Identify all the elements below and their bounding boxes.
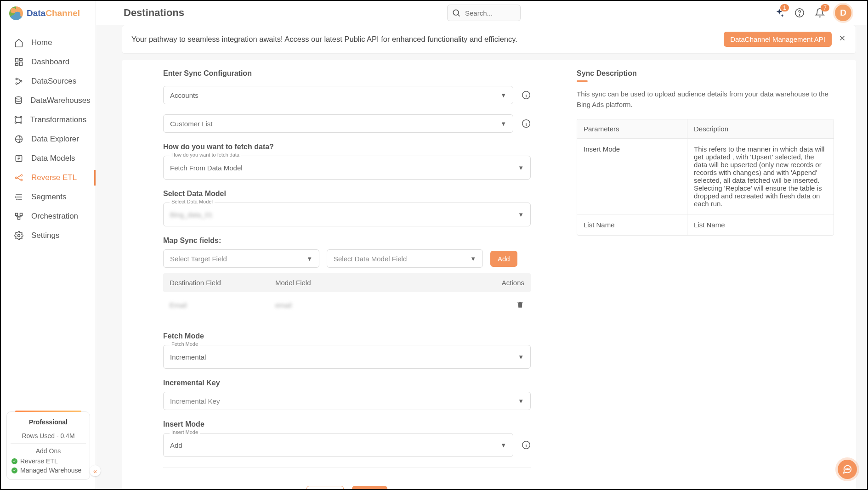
sync-desc-text: This sync can be used to upload audience… <box>577 89 834 110</box>
fetch-mode-select[interactable]: Incremental ▼ <box>163 345 531 369</box>
select-value: Customer List <box>170 120 213 128</box>
plan-rows-used: Rows Used - 0.4M <box>11 428 86 444</box>
info-icon[interactable] <box>522 119 531 128</box>
sync-desc-title: Sync Description <box>577 69 834 78</box>
param-desc: This refers to the manner in which data … <box>687 139 834 214</box>
nav-settings[interactable]: Settings <box>1 226 96 245</box>
promo-banner: Your pathway to seamless integration awa… <box>122 25 856 54</box>
logo[interactable]: DataChannel <box>1 1 96 26</box>
param-header: Parameters Description <box>577 119 834 139</box>
nav-home[interactable]: Home <box>1 33 96 52</box>
info-icon[interactable] <box>522 90 531 100</box>
model-field-select[interactable]: Select Data Model Field ▼ <box>327 249 483 268</box>
next-button[interactable]: Next <box>352 486 387 489</box>
data-model-select[interactable]: Bing_data_01 ▼ <box>163 203 531 226</box>
svg-point-8 <box>15 117 17 118</box>
nav-label: Orchestration <box>31 212 78 221</box>
nav-dashboard[interactable]: Dashboard <box>1 52 96 72</box>
delete-mapping-button[interactable] <box>516 302 524 310</box>
warehouse-icon <box>14 96 23 106</box>
nav-datawarehouses[interactable]: DataWarehouses <box>1 91 96 110</box>
param-th-desc: Description <box>687 119 834 138</box>
select-data-model-heading: Select Data Model <box>163 190 531 198</box>
chevron-down-icon: ▼ <box>306 255 312 262</box>
accounts-select[interactable]: Accounts ▼ <box>163 86 513 104</box>
svg-point-7 <box>15 97 21 99</box>
svg-rect-21 <box>18 217 20 220</box>
sync-description-panel: Sync Description This sync can be used t… <box>577 69 834 489</box>
explorer-icon <box>14 134 24 144</box>
nav-transformations[interactable]: Transformations <box>1 110 96 130</box>
param-name: Insert Mode <box>577 139 687 214</box>
target-field-select[interactable]: Select Target Field ▼ <box>163 249 319 268</box>
svg-rect-20 <box>20 213 23 215</box>
nav-reverse-etl[interactable]: Reverse ETL <box>1 168 96 187</box>
sidebar: DataChannel Home Dashboard DataSources D… <box>1 1 96 489</box>
main-nav: Home Dashboard DataSources DataWarehouse… <box>1 26 96 408</box>
check-icon: ✓ <box>11 458 17 464</box>
svg-point-5 <box>16 83 17 84</box>
svg-point-22 <box>18 235 20 237</box>
plan-title: Professional <box>7 416 90 428</box>
th-destination: Destination Field <box>170 279 275 287</box>
nav-data-models[interactable]: Data Models <box>1 149 96 168</box>
ai-sparkle-button[interactable]: 1 <box>774 8 784 18</box>
banner-close-button[interactable] <box>838 34 846 45</box>
add-mapping-button[interactable]: Add <box>490 251 517 267</box>
addon-label: Reverse ETL <box>20 457 58 465</box>
svg-point-18 <box>17 199 17 200</box>
nav-segments[interactable]: Segments <box>1 187 96 207</box>
param-row: List Name List Name <box>577 214 834 235</box>
select-value: Incremental <box>170 353 206 361</box>
customer-list-select[interactable]: Customer List ▼ <box>163 114 513 133</box>
nav-label: Reverse ETL <box>31 173 77 182</box>
user-avatar[interactable]: D <box>835 5 851 21</box>
sidebar-collapse-button[interactable]: « <box>90 465 101 476</box>
svg-point-25 <box>799 15 800 15</box>
banner-cta-button[interactable]: DataChannel Management API <box>724 32 832 47</box>
svg-point-30 <box>847 469 848 470</box>
addon-label: Managed Warehouse <box>20 467 81 474</box>
chevron-down-icon: ▼ <box>500 120 506 127</box>
bell-badge: 7 <box>821 4 829 11</box>
plan-addons-title: Add Ons <box>7 444 90 456</box>
dashboard-icon <box>14 57 24 67</box>
fetchmode-floating-label: Fetch Mode <box>170 341 200 347</box>
insertmode-floating-label: Insert Mode <box>170 429 200 435</box>
nav-orchestration[interactable]: Orchestration <box>1 207 96 226</box>
plan-addon: ✓ Reverse ETL <box>7 456 90 466</box>
check-icon: ✓ <box>11 467 17 473</box>
nav-label: DataWarehouses <box>30 96 91 105</box>
datamodel-floating-label: Select Data Model <box>170 199 215 204</box>
nav-label: Data Explorer <box>31 135 79 144</box>
incremental-key-heading: Incremental Key <box>163 379 531 387</box>
home-icon <box>14 38 24 48</box>
fetch-method-select[interactable]: Fetch From Data Model ▼ <box>163 156 531 180</box>
topbar: Destinations 1 7 D <box>96 1 867 25</box>
param-name: List Name <box>577 214 687 235</box>
parameters-table: Parameters Description Insert Mode This … <box>577 119 834 236</box>
insert-mode-select[interactable]: Add ▼ <box>163 433 513 457</box>
chevron-down-icon: ▼ <box>518 354 524 360</box>
nav-data-explorer[interactable]: Data Explorer <box>1 130 96 149</box>
top-actions: 1 7 D <box>774 5 851 21</box>
nav-datasources[interactable]: DataSources <box>1 72 96 91</box>
svg-point-23 <box>453 10 459 15</box>
notifications-button[interactable]: 7 <box>815 8 825 18</box>
reverse-etl-icon <box>14 173 24 183</box>
chevron-down-icon: ▼ <box>518 164 524 171</box>
param-row: Insert Mode This refers to the manner in… <box>577 139 834 214</box>
chat-icon <box>842 464 852 474</box>
help-button[interactable] <box>794 8 805 18</box>
fetch-question-heading: How do you want to fetch data? <box>163 143 531 151</box>
svg-rect-19 <box>16 213 18 215</box>
incremental-key-select[interactable]: Incremental Key ▼ <box>163 392 531 410</box>
back-button[interactable]: Back <box>306 486 344 489</box>
wizard-footer: Back Next <box>163 467 531 489</box>
info-icon[interactable] <box>522 440 531 450</box>
close-icon <box>838 34 846 42</box>
svg-rect-0 <box>16 59 18 62</box>
svg-point-10 <box>15 122 17 123</box>
chat-fab-button[interactable] <box>838 460 857 479</box>
models-icon <box>14 153 24 163</box>
